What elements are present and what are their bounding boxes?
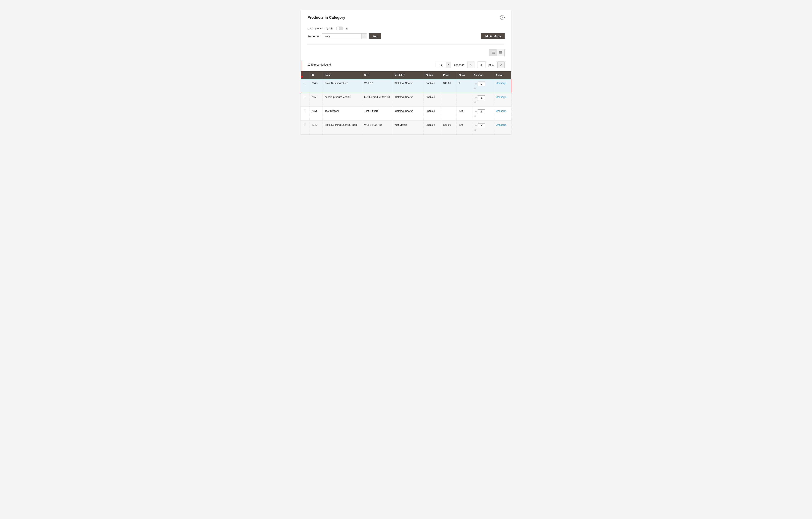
svg-rect-11 — [501, 54, 502, 54]
svg-point-30 — [304, 124, 305, 124]
svg-rect-9 — [499, 54, 500, 54]
svg-point-25 — [305, 110, 306, 110]
cell-id: 2047 — [310, 121, 323, 134]
svg-point-29 — [305, 112, 306, 112]
col-visibility[interactable]: Visibility — [393, 71, 424, 79]
match-by-rule-toggle[interactable] — [336, 27, 344, 30]
cell-sku: bundle-product-test-33 — [362, 93, 393, 107]
svg-rect-5 — [501, 52, 502, 52]
col-sku[interactable]: SKU — [362, 71, 393, 79]
move-bottom-icon[interactable] — [474, 115, 477, 118]
col-drag — [301, 71, 310, 79]
col-position[interactable]: Position — [472, 71, 494, 79]
cell-price: $45.00 — [441, 79, 456, 93]
col-id[interactable]: ID — [310, 71, 323, 79]
col-status[interactable]: Status — [424, 71, 441, 79]
col-price[interactable]: Price — [441, 71, 456, 79]
sort-order-label: Sort order — [308, 35, 320, 38]
current-page-input[interactable] — [477, 61, 486, 68]
svg-point-28 — [304, 112, 305, 112]
svg-point-17 — [305, 84, 306, 85]
svg-rect-8 — [501, 53, 502, 53]
cell-stock: 0 — [457, 79, 472, 93]
table-row[interactable]: 2048 Erika Running Short WSH12 Catalog, … — [301, 79, 511, 93]
caret-down-icon — [446, 62, 451, 68]
col-name[interactable]: Name — [323, 71, 362, 79]
drag-handle-icon[interactable] — [304, 96, 306, 99]
svg-point-16 — [304, 84, 305, 85]
svg-point-12 — [304, 82, 305, 82]
page-size-input[interactable] — [436, 62, 446, 68]
sort-button[interactable]: Sort — [369, 33, 381, 39]
position-input[interactable] — [478, 95, 485, 100]
move-top-icon[interactable] — [474, 110, 477, 113]
move-bottom-icon[interactable] — [474, 101, 477, 104]
table-row[interactable]: 2047 Erika Running Short-32-Red WSH12-32… — [301, 121, 511, 134]
col-action: Action — [494, 71, 511, 79]
move-bottom-icon[interactable] — [474, 129, 477, 132]
page-size-select[interactable] — [436, 62, 451, 68]
prev-page-button[interactable] — [467, 61, 474, 68]
sort-order-select[interactable]: None — [322, 33, 367, 39]
grid-view-button[interactable] — [497, 50, 504, 56]
cell-sku: WSH12-32-Red — [362, 121, 393, 134]
svg-point-33 — [305, 125, 306, 125]
svg-rect-4 — [500, 52, 501, 52]
unassign-link[interactable]: Unassign — [496, 82, 506, 85]
cell-price — [441, 107, 456, 121]
of-pages-text: of 60 — [489, 63, 494, 66]
drag-handle-icon[interactable] — [304, 110, 306, 113]
unassign-link[interactable]: Unassign — [496, 123, 506, 126]
svg-point-32 — [304, 125, 305, 125]
cell-name: bundle-product-test-33 — [323, 93, 362, 107]
cell-visibility: Not Visible — [393, 121, 424, 134]
svg-rect-6 — [499, 53, 500, 53]
cell-status: Enabled — [424, 121, 441, 134]
position-input[interactable] — [478, 82, 485, 86]
svg-rect-7 — [500, 53, 501, 53]
per-page-label: per page — [454, 63, 464, 66]
cell-stock: 1000 — [457, 107, 472, 121]
table-row[interactable]: 2051 Test Giftcard Test Giftcard Catalog… — [301, 107, 511, 121]
svg-point-24 — [304, 110, 305, 110]
move-top-icon[interactable] — [474, 82, 477, 85]
cell-name: Test Giftcard — [323, 107, 362, 121]
match-by-rule-label: Match products by rule — [308, 27, 333, 30]
cell-id: 2051 — [310, 107, 323, 121]
svg-rect-10 — [500, 54, 501, 54]
unassign-link[interactable]: Unassign — [496, 110, 506, 112]
move-top-icon[interactable] — [474, 96, 477, 99]
move-bottom-icon[interactable] — [474, 87, 477, 90]
drag-handle-icon[interactable] — [304, 82, 306, 85]
next-page-button[interactable] — [497, 61, 504, 68]
table-row[interactable]: 2059 bundle-product-test-33 bundle-produ… — [301, 93, 511, 107]
col-stock[interactable]: Stock — [457, 71, 472, 79]
cell-status: Enabled — [424, 79, 441, 93]
collapse-button[interactable] — [500, 15, 504, 20]
move-top-icon[interactable] — [474, 124, 477, 127]
list-icon — [492, 52, 495, 54]
chevron-left-icon — [470, 64, 472, 66]
cell-id: 2059 — [310, 93, 323, 107]
chevron-up-icon — [501, 17, 503, 19]
add-products-button[interactable]: Add Products — [481, 33, 504, 39]
drag-handle-icon[interactable] — [304, 124, 306, 127]
cell-stock: 100 — [457, 121, 472, 134]
svg-point-34 — [304, 126, 305, 126]
svg-rect-3 — [499, 52, 500, 52]
svg-rect-0 — [492, 52, 495, 52]
cell-name: Erika Running Short-32-Red — [323, 121, 362, 134]
svg-point-22 — [304, 98, 305, 98]
cell-status: Enabled — [424, 93, 441, 107]
unassign-link[interactable]: Unassign — [496, 95, 506, 98]
svg-point-31 — [305, 124, 306, 124]
position-input[interactable] — [478, 123, 485, 128]
grid-icon — [499, 52, 502, 54]
list-view-button[interactable] — [489, 50, 497, 56]
svg-point-14 — [304, 83, 305, 84]
position-input[interactable] — [478, 110, 485, 114]
cell-visibility: Catalog, Search — [393, 107, 424, 121]
cell-status: Enabled — [424, 107, 441, 121]
svg-point-18 — [304, 96, 305, 96]
cell-price — [441, 93, 456, 107]
